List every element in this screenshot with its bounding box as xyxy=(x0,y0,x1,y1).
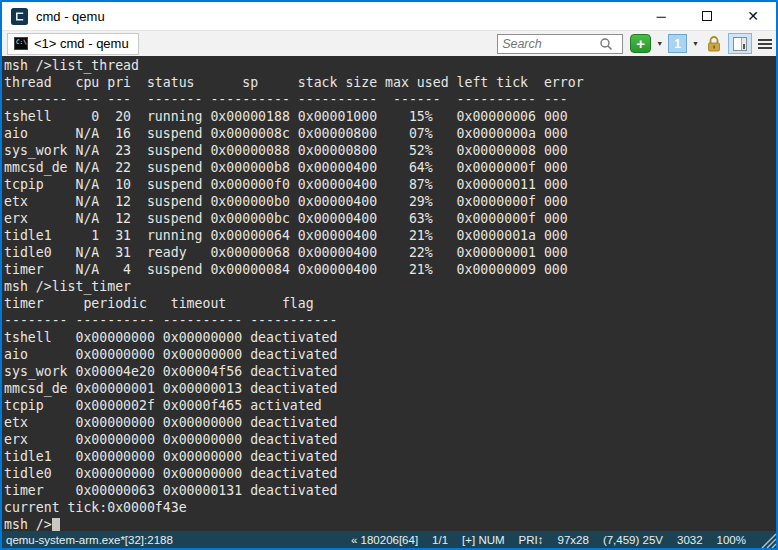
maximize-button[interactable] xyxy=(684,2,730,30)
status-bar: qemu-system-arm.exe*[32]:2188 « 180206[6… xyxy=(2,531,776,548)
terminal-line: sys_work N/A 23 suspend 0x00000088 0x000… xyxy=(4,142,776,159)
terminal-line: sys_work 0x00004e20 0x00004f56 deactivat… xyxy=(4,363,776,380)
menu-icon-bar xyxy=(758,43,772,45)
conemu-app-icon xyxy=(11,8,28,25)
lock-icon[interactable] xyxy=(704,34,724,54)
close-button[interactable]: ✕ xyxy=(730,2,776,30)
terminal-cursor xyxy=(52,518,60,532)
active-console-button[interactable]: 1 xyxy=(668,34,687,53)
status-segment: [+] NUM xyxy=(462,534,505,546)
status-process-info: qemu-system-arm.exe*[32]:2188 xyxy=(6,534,173,546)
status-segment: (7,459) 25V xyxy=(603,534,663,546)
terminal-line: tidle1 1 31 running 0x00000064 0x0000040… xyxy=(4,227,776,244)
panel-view-icon xyxy=(733,37,747,51)
terminal-line: aio N/A 16 suspend 0x0000008c 0x00000800… xyxy=(4,125,776,142)
tab-cmd-qemu[interactable]: C:\. <1> cmd - qemu xyxy=(7,33,139,55)
status-segments: « 180206[64]1/1[+] NUMPRI↕97x28(7,459) 2… xyxy=(351,534,746,546)
terminal-line: tshell 0 20 running 0x00000188 0x0000100… xyxy=(4,108,776,125)
menu-icon-bar xyxy=(758,47,772,49)
main-menu-button[interactable] xyxy=(756,34,774,54)
cmd-prompt-icon: C:\. xyxy=(14,37,28,50)
terminal-line: etx N/A 12 suspend 0x000000b0 0x00000400… xyxy=(4,193,776,210)
console-list-dropdown-icon[interactable]: ▼ xyxy=(687,40,704,47)
status-segment: 1/1 xyxy=(432,534,448,546)
minimize-button[interactable]: ─ xyxy=(638,2,684,30)
new-console-dropdown-icon[interactable]: ▼ xyxy=(651,40,668,47)
terminal-line: timer periodic timeout flag xyxy=(4,295,776,312)
terminal-line: thread cpu pri status sp stack size max … xyxy=(4,74,776,91)
terminal-line: current tick:0x0000f43e xyxy=(4,499,776,516)
terminal-output[interactable]: msh />list_threadthread cpu pri status s… xyxy=(2,56,776,531)
search-box xyxy=(497,34,623,54)
search-icon[interactable] xyxy=(598,36,614,52)
status-segment: « 180206[64] xyxy=(351,534,418,546)
title-bar[interactable]: cmd - qemu ─ ✕ xyxy=(2,2,776,30)
maximize-icon xyxy=(702,11,712,21)
status-segment: 100% xyxy=(717,534,746,546)
terminal-line: timer 0x00000063 0x00000131 deactivated xyxy=(4,482,776,499)
terminal-line: msh />list_thread xyxy=(4,57,776,74)
terminal-line: timer N/A 4 suspend 0x00000084 0x0000040… xyxy=(4,261,776,278)
search-input[interactable] xyxy=(498,36,598,52)
status-segment: 3032 xyxy=(677,534,703,546)
terminal-line: aio 0x00000000 0x00000000 deactivated xyxy=(4,346,776,363)
tab-bar: C:\. <1> cmd - qemu + ▼ 1 ▼ xyxy=(2,30,776,56)
terminal-line: tidle0 N/A 31 ready 0x00000068 0x0000040… xyxy=(4,244,776,261)
status-segment: PRI↕ xyxy=(519,534,544,546)
terminal-line: erx N/A 12 suspend 0x000000bc 0x00000400… xyxy=(4,210,776,227)
panel-view-toggle-button[interactable] xyxy=(728,33,752,54)
resize-grip[interactable] xyxy=(754,531,776,548)
new-console-button[interactable]: + xyxy=(630,34,651,53)
terminal-line: -------- ---------- ---------- ---------… xyxy=(4,312,776,329)
status-segment: 97x28 xyxy=(558,534,589,546)
shell-prompt-line: msh /> xyxy=(4,516,776,531)
terminal-line: tshell 0x00000000 0x00000000 deactivated xyxy=(4,329,776,346)
terminal-line: etx 0x00000000 0x00000000 deactivated xyxy=(4,414,776,431)
terminal-lines: msh />list_threadthread cpu pri status s… xyxy=(4,57,776,516)
menu-icon xyxy=(758,39,772,41)
terminal-line: erx 0x00000000 0x00000000 deactivated xyxy=(4,431,776,448)
terminal-line: -------- --- --- ------- ---------- ----… xyxy=(4,91,776,108)
terminal-line: tcpip N/A 10 suspend 0x000000f0 0x000004… xyxy=(4,176,776,193)
window-title: cmd - qemu xyxy=(36,9,105,24)
conemu-window: cmd - qemu ─ ✕ C:\. <1> cmd - qemu + ▼ 1… xyxy=(0,0,778,550)
tab-label: <1> cmd - qemu xyxy=(34,36,129,51)
terminal-line: mmcsd_de N/A 22 suspend 0x000000b8 0x000… xyxy=(4,159,776,176)
terminal-line: msh />list_timer xyxy=(4,278,776,295)
terminal-line: tidle1 0x00000000 0x00000000 deactivated xyxy=(4,448,776,465)
terminal-line: tidle0 0x00000000 0x00000000 deactivated xyxy=(4,465,776,482)
shell-prompt: msh /> xyxy=(4,516,52,531)
terminal-line: mmcsd_de 0x00000001 0x00000013 deactivat… xyxy=(4,380,776,397)
terminal-line: tcpip 0x0000002f 0x0000f465 activated xyxy=(4,397,776,414)
